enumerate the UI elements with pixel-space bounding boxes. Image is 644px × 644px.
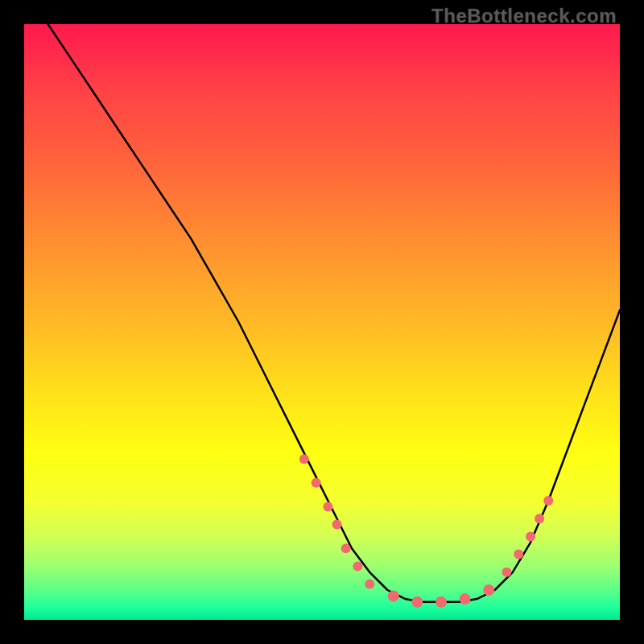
branding-watermark: TheBottleneck.com	[431, 5, 617, 27]
plot-background	[24, 24, 620, 620]
chart-stage: TheBottleneck.com	[0, 0, 644, 644]
